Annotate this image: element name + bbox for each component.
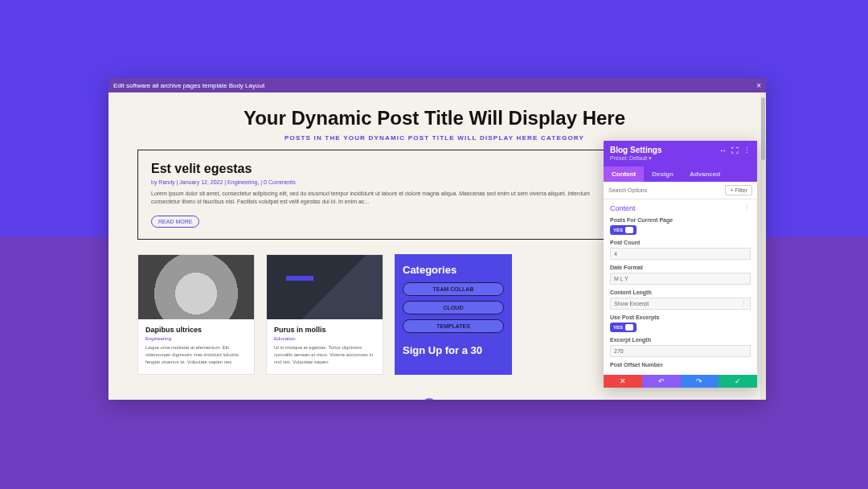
card-excerpt: Laqua urna molestie at elementum. Elit u…	[145, 344, 247, 366]
section-menu-icon[interactable]: ⋮	[743, 204, 751, 212]
field-label: Post Count	[610, 240, 751, 245]
toggle-posts-current-page[interactable]: YES	[610, 225, 637, 235]
save-button[interactable]: ✓	[719, 375, 757, 388]
category-pill[interactable]: CLOUD	[403, 301, 504, 314]
category-pill[interactable]: TEMPLATES	[403, 319, 504, 333]
redo-button[interactable]: ↷	[681, 375, 719, 388]
card-category[interactable]: Education	[274, 336, 375, 341]
tab-design[interactable]: Design	[644, 166, 682, 182]
drag-icon[interactable]: ↔	[719, 146, 727, 154]
menu-icon[interactable]: ⋮	[743, 146, 751, 154]
categories-sidebar: Categories TEAM COLLAB CLOUD TEMPLATES S…	[395, 254, 512, 375]
panel-footer: ✕ ↶ ↷ ✓	[604, 375, 757, 388]
excerpt-length-input[interactable]	[610, 345, 751, 357]
window-title: Edit software all archive pages template…	[113, 82, 264, 89]
read-more-button[interactable]: READ MORE	[151, 216, 199, 228]
panel-header[interactable]: Blog Settings ↔ ⛶ ⋮ Preset: Default ▾	[604, 141, 757, 166]
window-titlebar: Edit software all archive pages template…	[108, 78, 766, 92]
signup-heading: Sign Up for a 30	[403, 344, 504, 356]
close-icon[interactable]: ×	[756, 81, 761, 90]
preset-dropdown[interactable]: Preset: Default ▾	[610, 155, 751, 162]
settings-panel: Blog Settings ↔ ⛶ ⋮ Preset: Default ▾ Co…	[604, 141, 757, 388]
toggle-use-excerpts[interactable]: YES	[610, 323, 637, 332]
featured-title: Est velit egestas	[151, 162, 602, 176]
undo-button[interactable]: ↶	[642, 375, 681, 388]
card-title: Dapibus ultrices	[145, 326, 247, 334]
content-length-select[interactable]	[610, 298, 751, 310]
panel-tabs: Content Design Advanced	[604, 166, 757, 182]
expand-icon[interactable]: ⛶	[731, 146, 739, 154]
cancel-button[interactable]: ✕	[604, 375, 642, 388]
featured-meta: by Randy | January 12, 2022 | Engineerin…	[151, 179, 602, 185]
tab-content[interactable]: Content	[604, 166, 644, 182]
section-title: Content	[610, 204, 636, 212]
card-category[interactable]: Engineering	[145, 336, 247, 341]
featured-text: Est velit egestas by Randy | January 12,…	[151, 162, 602, 228]
tab-advanced[interactable]: Advanced	[682, 166, 728, 182]
search-input[interactable]	[608, 187, 725, 193]
vertical-scrollbar[interactable]	[760, 92, 766, 400]
featured-excerpt: Lorem ipsum dolor sit amet, consectetur …	[151, 190, 602, 206]
field-label: Posts For Current Page	[610, 217, 751, 223]
post-card[interactable]: Dapibus ultrices Engineering Laqua urna …	[137, 254, 255, 375]
filter-button[interactable]: + Filter	[725, 185, 752, 195]
card-image	[138, 255, 254, 319]
post-count-input[interactable]	[610, 248, 751, 260]
page-title: Your Dynamic Post Title Will Display Her…	[123, 107, 746, 129]
sidebar-heading: Categories	[403, 264, 504, 276]
editor-window: Edit software all archive pages template…	[108, 78, 766, 400]
editor-canvas: Your Dynamic Post Title Will Display Her…	[108, 92, 766, 400]
field-label: Excerpt Length	[610, 337, 751, 343]
panel-title: Blog Settings	[610, 146, 661, 154]
content-section: Content ⋮ Posts For Current Page YES Pos…	[604, 199, 757, 375]
field-label: Post Offset Number	[610, 362, 751, 368]
select-menu-icon[interactable]: ⋮	[740, 300, 747, 308]
category-pill[interactable]: TEAM COLLAB	[403, 282, 504, 296]
field-label: Content Length	[610, 290, 751, 295]
card-image	[267, 255, 383, 319]
search-row: + Filter	[604, 182, 757, 199]
card-title: Purus in mollis	[274, 326, 375, 334]
fab-icon[interactable]: ⋯	[422, 398, 436, 400]
field-label: Use Post Excerpts	[610, 314, 751, 320]
field-label: Date Format	[610, 265, 751, 270]
post-card[interactable]: Purus in mollis Education Ut in tristiqu…	[266, 254, 383, 375]
date-format-input[interactable]	[610, 273, 751, 285]
card-excerpt: Ut in tristique et egestas. Tortor digni…	[274, 344, 375, 366]
